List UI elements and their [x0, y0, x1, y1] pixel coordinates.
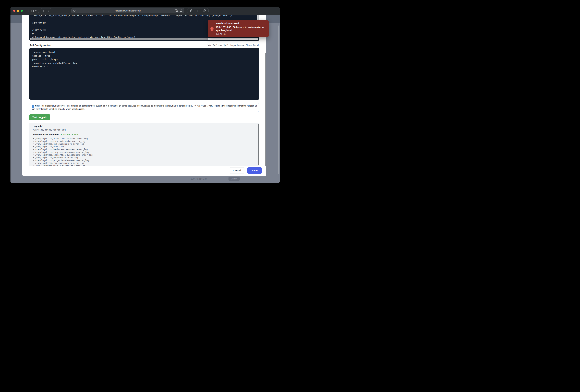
jail-config-header: Jail Configuration /etc/fail2ban/jail.d/… [30, 44, 259, 47]
container-label: In fail2ban-ui Container: [33, 133, 59, 136]
files-found-status: Found 16 file(s) [63, 133, 79, 136]
edit-jail-modal: failregex = ^%(_apache_error_client)s (?… [22, 15, 266, 176]
logpath-test-results: Logpath 1: /var/log/httpd/*error_log In … [29, 123, 259, 166]
jail-config-editor[interactable]: [apache-overflows]enabled = trueport = h… [29, 48, 259, 99]
jail-config-path: /etc/fail2ban/jail.d/apache-overflows.lo… [206, 44, 259, 47]
test-logpath-button[interactable]: Test Logpath [29, 114, 50, 120]
toast-message: 178.197.203.66 banned in swissmakers-apa… [216, 26, 266, 32]
svg-text:A: A [176, 10, 176, 11]
save-button[interactable]: Save [247, 167, 262, 174]
code-line: enabled = true [32, 54, 256, 58]
share-icon[interactable] [190, 9, 192, 12]
toast-message-mid: banned in [236, 26, 248, 28]
code-line: logpath = /var/log/httpd/*error_log [32, 61, 256, 65]
chevron-down-icon [35, 10, 37, 11]
browser-window: fail2ban.swissmakers.corp A x [10, 7, 280, 183]
code-line: failregex = ^%(_apache_error_client)s (?… [32, 15, 256, 17]
file-list-item: /var/log/httpd/harbor-swissmakers-error_… [33, 148, 256, 151]
window-actions-group [187, 8, 209, 13]
tab-overview-icon[interactable] [203, 9, 206, 12]
forward-button[interactable] [48, 9, 49, 12]
page-scrollbar[interactable] [278, 25, 279, 174]
code-line: [apache-overflows] [32, 50, 256, 54]
note-text-before: For a local fail2ban server (e.g. instal… [40, 105, 193, 107]
zoom-window-button[interactable] [21, 10, 23, 12]
file-list-item: /var/log/httpd/wiki-swissmakers-error_lo… [33, 165, 256, 166]
svg-text:x: x [177, 11, 177, 12]
jail-config-title: Jail Configuration [30, 44, 51, 47]
file-list-item: /var/log/httpd/rpm-swissmakers-error_log [33, 162, 256, 164]
file-list-item: /var/log/httpd/code-swissmakers-error_lo… [33, 140, 256, 143]
traffic-lights [13, 10, 23, 12]
hscrollbar-thumb[interactable] [30, 38, 208, 40]
modal-scroll-area[interactable]: failregex = ^%(_apache_error_client)s (?… [22, 15, 266, 166]
block-notification-toast[interactable]: New block occurred 178.197.203.66 banned… [208, 20, 269, 37]
cancel-button[interactable]: Cancel [229, 167, 245, 174]
logpath-label: Logpath 1: [33, 125, 256, 127]
back-button[interactable] [43, 9, 44, 12]
modal-footer: Cancel Save [22, 166, 266, 176]
info-icon: i [32, 105, 34, 108]
nav-buttons-group [41, 8, 51, 13]
logpath-value: /var/log/httpd/*error_log [33, 128, 256, 131]
address-bar[interactable]: fail2ban.swissmakers.corp A x [71, 8, 184, 13]
sidebar-toggle-group[interactable] [28, 9, 39, 13]
toast-ip: 178.197.203.66 [216, 26, 236, 28]
code-line: maxretry = 2 [32, 65, 256, 69]
check-icon: ✓ [60, 133, 62, 136]
toast-meta: rlinfp02 • CH [216, 33, 266, 35]
close-window-button[interactable] [13, 10, 15, 12]
translate-icon[interactable]: A x [175, 9, 178, 12]
toast-title: New block occurred [216, 22, 266, 25]
filter-editor-hscrollbar[interactable] [30, 38, 258, 40]
file-list-item: /var/log/httpd/jupyter-swissmakers-error… [33, 151, 256, 154]
unban-button[interactable]: Unban [229, 177, 240, 181]
code-line: port = http,https [32, 58, 256, 61]
found-files-list: /var/log/httpd/access-swissmakers-error_… [33, 137, 256, 166]
page-settings-icon[interactable] [73, 10, 76, 12]
page-area: 120.79.214.137 Unban failregex = ^%(_apa… [10, 15, 280, 183]
banned-ip-text: 120.79.214.137 [191, 178, 207, 180]
file-list-item: /var/log/httpd/phpmyadmin-error_log [33, 156, 256, 159]
dimmed-page-rows: 120.79.214.137 Unban [10, 176, 280, 183]
unban-button-clipped[interactable] [229, 183, 240, 183]
browser-titlebar: fail2ban.swissmakers.corp A x [10, 7, 280, 15]
file-list-item: /var/log/httpd/cve-swissmakers-error_log [33, 143, 256, 145]
file-list-item: /var/log/httpd/error_log [33, 145, 256, 148]
file-list-item: /var/log/httpd/onlyoffice-swissmakers-er… [33, 154, 256, 156]
modal-scrollbar-thumb[interactable] [265, 53, 266, 166]
sidebar-icon [31, 10, 34, 12]
note-label: Note: [35, 105, 40, 107]
url-text: fail2ban.swissmakers.corp [115, 9, 141, 12]
results-scrollbar[interactable] [258, 124, 259, 165]
nav-divider [46, 9, 46, 12]
jail-config-code: [apache-overflows]enabled = trueport = h… [32, 50, 256, 69]
reload-icon[interactable] [180, 9, 182, 12]
file-list-item: /var/log/httpd/project-swissmakers-error… [33, 159, 256, 162]
file-list-item: /var/log/httpd/access-swissmakers-error_… [33, 137, 256, 140]
minimize-window-button[interactable] [17, 10, 19, 12]
new-tab-icon[interactable] [197, 10, 199, 12]
shield-icon [210, 22, 214, 35]
mount-note: iNote: For a local fail2ban server (e.g.… [29, 103, 259, 112]
note-code: -v /var/log:/var/log:ro [193, 105, 220, 107]
